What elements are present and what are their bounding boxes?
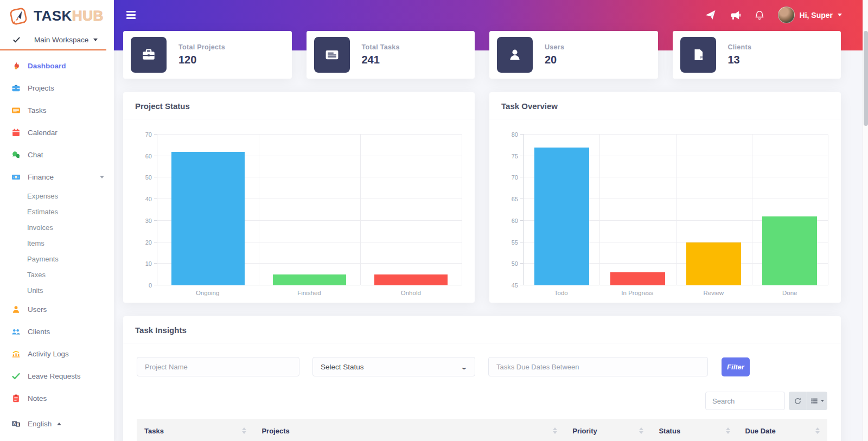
sidebar-item-label: Activity Logs bbox=[28, 350, 69, 358]
sidebar-item-dashboard[interactable]: Dashboard bbox=[0, 55, 114, 77]
stat-meta: Total Projects120 bbox=[178, 43, 225, 66]
sidebar-item-activity-logs[interactable]: Activity Logs bbox=[0, 343, 114, 365]
x-tick-label: In Progress bbox=[599, 290, 676, 296]
submenu-item-items[interactable]: Items bbox=[0, 235, 114, 251]
y-tick-mark bbox=[154, 263, 157, 264]
calendar-icon bbox=[11, 128, 21, 137]
sort-icon bbox=[242, 425, 246, 436]
brand-secondary: HUB bbox=[72, 8, 104, 24]
stat-tile bbox=[131, 37, 167, 73]
stat-value: 20 bbox=[545, 54, 564, 66]
filter-button[interactable]: Filter bbox=[722, 357, 750, 376]
sidebar-item-projects[interactable]: Projects bbox=[0, 77, 114, 99]
column-header-priority[interactable]: Priority bbox=[565, 419, 651, 441]
sidebar-item-finance[interactable]: Finance bbox=[0, 166, 114, 188]
project-status-card: Project Status 010203040506070OngoingFin… bbox=[123, 92, 475, 303]
submenu-item-invoices[interactable]: Invoices bbox=[0, 220, 114, 235]
language-selector[interactable]: AB English bbox=[0, 413, 114, 434]
file-icon bbox=[691, 48, 705, 62]
submenu-item-taxes[interactable]: Taxes bbox=[0, 267, 114, 283]
y-tick-label: 75 bbox=[500, 153, 518, 159]
sidebar-item-tasks[interactable]: Tasks bbox=[0, 99, 114, 122]
gridline-vertical bbox=[828, 135, 828, 285]
scrollbar-thumb[interactable] bbox=[864, 31, 868, 126]
column-header-tasks[interactable]: Tasks bbox=[137, 419, 254, 441]
columns-button[interactable] bbox=[807, 392, 827, 410]
y-tick-label: 45 bbox=[500, 282, 518, 289]
sidebar-item-calendar[interactable]: Calendar bbox=[0, 122, 114, 144]
workspace-selector[interactable]: Main Workspace bbox=[0, 30, 106, 50]
project-name-input[interactable] bbox=[137, 357, 299, 376]
charts-row: Project Status 010203040506070OngoingFin… bbox=[123, 92, 841, 303]
brand-logo[interactable]: TASKHUB bbox=[0, 0, 114, 30]
check-icon bbox=[12, 35, 21, 44]
tasks-icon bbox=[11, 106, 21, 115]
sidebar-item-notes[interactable]: Notes bbox=[0, 387, 114, 410]
hamburger-menu-icon[interactable] bbox=[126, 11, 136, 19]
due-dates-input[interactable] bbox=[488, 357, 708, 376]
y-tick-mark bbox=[520, 242, 524, 242]
column-header-due-date[interactable]: Due Date bbox=[738, 419, 828, 441]
chart-plot-area: 010203040506070 bbox=[157, 135, 462, 285]
sidebar-item-label: Calendar bbox=[28, 129, 58, 137]
notes-icon bbox=[11, 394, 21, 403]
topbar-actions: Hi, Super bbox=[705, 7, 842, 23]
sidebar-item-chat[interactable]: Chat bbox=[0, 144, 114, 166]
sidebar-item-label: Dashboard bbox=[28, 62, 66, 70]
y-tick-mark bbox=[520, 285, 524, 285]
gridline-vertical bbox=[676, 135, 676, 285]
status-select[interactable]: Select Status ⌄ bbox=[312, 357, 475, 376]
stat-card-total-tasks: Total Tasks241 bbox=[307, 31, 475, 79]
column-header-projects[interactable]: Projects bbox=[254, 419, 565, 441]
y-tick-label: 65 bbox=[500, 196, 518, 202]
bullhorn-icon[interactable] bbox=[729, 9, 741, 21]
y-tick-mark bbox=[154, 220, 157, 221]
chevron-down-icon: ⌄ bbox=[460, 363, 468, 371]
chevron-down-icon bbox=[100, 176, 104, 181]
sidebar-item-label: Finance bbox=[28, 173, 54, 181]
chart-body: 4550556065707580TodoIn ProgressReviewDon… bbox=[489, 119, 841, 303]
stat-tile bbox=[314, 37, 350, 73]
filter-row: Select Status ⌄ Filter bbox=[137, 357, 827, 376]
send-icon[interactable] bbox=[705, 9, 716, 21]
user-menu[interactable]: Hi, Super bbox=[778, 7, 842, 23]
refresh-button[interactable] bbox=[789, 392, 807, 410]
submenu-item-estimates[interactable]: Estimates bbox=[0, 204, 114, 220]
x-tick-label: Review bbox=[675, 290, 752, 296]
stat-card-clients: Clients13 bbox=[673, 31, 841, 79]
leave-icon bbox=[11, 372, 21, 381]
submenu-item-units[interactable]: Units bbox=[0, 283, 114, 298]
sidebar-item-leave-requests[interactable]: Leave Requests bbox=[0, 365, 114, 387]
tasks-table-wrap: TasksProjectsPriorityStatusDue Date bbox=[137, 419, 827, 441]
task-overview-chart: 4550556065707580TodoIn ProgressReviewDon… bbox=[523, 135, 828, 296]
submenu-item-payments[interactable]: Payments bbox=[0, 251, 114, 267]
submenu-finance: ExpensesEstimatesInvoicesItemsPaymentsTa… bbox=[0, 188, 114, 298]
column-label: Status bbox=[659, 427, 680, 435]
briefcase-icon bbox=[11, 84, 21, 93]
bell-icon[interactable] bbox=[754, 10, 765, 21]
user-icon bbox=[11, 305, 21, 314]
chevron-up-icon bbox=[57, 420, 61, 425]
bar-review bbox=[686, 242, 741, 285]
x-tick-label: Onhold bbox=[360, 290, 462, 296]
activity-icon bbox=[11, 349, 21, 359]
column-header-status[interactable]: Status bbox=[651, 419, 737, 441]
sidebar-item-users[interactable]: Users bbox=[0, 298, 114, 321]
column-header-inner: Projects bbox=[261, 425, 557, 436]
sidebar-item-label: Chat bbox=[28, 151, 43, 159]
sidebar-item-clients[interactable]: Clients bbox=[0, 321, 114, 343]
table-header-row: TasksProjectsPriorityStatusDue Date bbox=[137, 419, 827, 441]
brand-primary: TASK bbox=[34, 8, 72, 24]
stat-meta: Users20 bbox=[545, 43, 564, 66]
stat-value: 13 bbox=[728, 54, 752, 66]
y-tick-mark bbox=[520, 177, 524, 177]
search-input[interactable] bbox=[705, 392, 785, 410]
card-header: Task Insights bbox=[123, 316, 841, 343]
y-tick-mark bbox=[520, 156, 524, 156]
y-tick-label: 55 bbox=[500, 239, 518, 246]
y-tick-mark bbox=[520, 134, 524, 135]
bar-in-progress bbox=[610, 272, 665, 285]
stat-label: Users bbox=[545, 43, 564, 51]
submenu-item-expenses[interactable]: Expenses bbox=[0, 188, 114, 204]
stat-card-users: Users20 bbox=[489, 31, 658, 79]
